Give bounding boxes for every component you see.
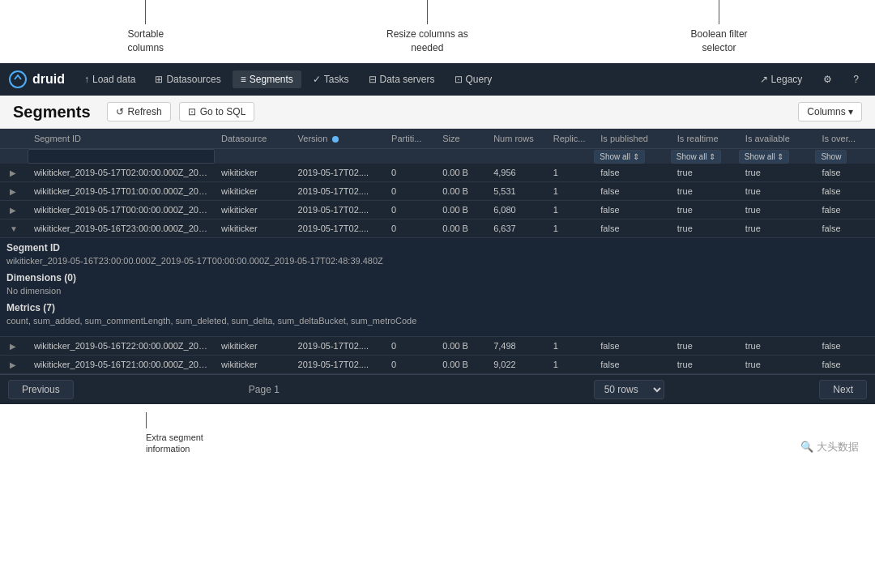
filter-is-published[interactable]: Show all ⇕ <box>594 149 671 164</box>
callout-line <box>145 0 146 24</box>
nav-segments[interactable]: ≡ Segments <box>233 70 301 88</box>
row-partition: 0 <box>385 201 436 219</box>
filter-is-overshadowed[interactable]: Show <box>815 149 875 164</box>
row-num-rows: 9,022 <box>487 356 547 374</box>
nav-settings[interactable]: ⚙ <box>815 70 840 88</box>
boolean-filter-callout: Boolean filter selector <box>691 8 748 55</box>
is-published-filter-btn[interactable]: Show all ⇕ <box>594 150 645 164</box>
row-is-overshadowed: false <box>815 337 875 356</box>
th-version[interactable]: Version <box>292 129 386 149</box>
nav-load-data[interactable]: ↑ Load data <box>76 70 143 88</box>
row-datasource[interactable]: wikiticker <box>215 201 292 219</box>
row-expand-btn[interactable]: ▶ <box>0 164 28 182</box>
filter-replicas <box>547 149 595 164</box>
row-is-realtime: true <box>671 337 739 356</box>
is-overshadowed-filter-btn[interactable]: Show <box>815 150 847 164</box>
table-body: ▶ wikiticker_2019-05-17T02:00:00.000Z_20… <box>0 164 875 374</box>
row-expand-btn[interactable]: ▶ <box>0 201 28 219</box>
previous-page-button[interactable]: Previous <box>8 380 74 399</box>
segments-table: Segment ID Datasource Version Partiti...… <box>0 129 875 374</box>
segment-id-filter[interactable] <box>28 149 215 164</box>
next-page-button[interactable]: Next <box>819 380 867 399</box>
callout-line2 <box>427 0 428 24</box>
go-to-sql-button[interactable]: ⊡ Go to SQL <box>179 102 255 121</box>
row-segment-id: wikiticker_2019-05-17T02:00:00.000Z_2019… <box>28 164 215 182</box>
row-is-overshadowed: false <box>815 356 875 374</box>
metrics-value: count, sum_added, sum_commentLength, sum… <box>6 316 869 326</box>
row-is-available: true <box>739 337 816 356</box>
row-replicas: 1 <box>547 182 595 201</box>
th-datasource[interactable]: Datasource <box>215 129 292 149</box>
is-available-filter-btn[interactable]: Show all ⇕ <box>739 150 790 164</box>
th-is-realtime[interactable]: Is realtime <box>671 129 739 149</box>
data-servers-icon: ⊟ <box>369 74 377 85</box>
row-replicas: 1 <box>547 164 595 182</box>
filter-segment-id[interactable] <box>28 149 215 164</box>
th-is-published[interactable]: Is published <box>594 129 671 149</box>
row-expand-btn[interactable]: ▼ <box>0 219 28 238</box>
row-datasource[interactable]: wikiticker <box>215 337 292 356</box>
th-is-overshadowed[interactable]: Is over... <box>815 129 875 149</box>
sort-indicator <box>332 136 339 143</box>
nav-datasources[interactable]: ⊞ Datasources <box>147 70 228 88</box>
refresh-button[interactable]: ↺ Refresh <box>107 102 171 121</box>
rows-per-page-select[interactable]: 50 rows 25 rows 100 rows <box>594 380 664 399</box>
filter-partition <box>385 149 436 164</box>
nav-help[interactable]: ? <box>845 70 867 88</box>
nav-data-servers[interactable]: ⊟ Data servers <box>361 70 443 88</box>
row-size: 0.00 B <box>436 356 487 374</box>
th-size[interactable]: Size <box>436 129 487 149</box>
row-datasource[interactable]: wikiticker <box>215 182 292 201</box>
row-expand-btn[interactable]: ▶ <box>0 337 28 356</box>
row-is-available: true <box>739 219 816 238</box>
th-is-available[interactable]: Is available <box>739 129 816 149</box>
query-icon: ⊡ <box>455 74 463 85</box>
row-is-available: true <box>739 356 816 374</box>
th-num-rows[interactable]: Num rows <box>487 129 547 149</box>
row-datasource[interactable]: wikiticker <box>215 356 292 374</box>
expanded-content: Segment ID wikiticker_2019-05-16T23:00:0… <box>6 242 869 326</box>
dimensions-label: Dimensions (0) <box>6 272 869 283</box>
row-replicas: 1 <box>547 356 595 374</box>
nav-tasks[interactable]: ✓ Tasks <box>305 70 357 88</box>
expanded-detail-cell: Segment ID wikiticker_2019-05-16T23:00:0… <box>0 238 875 337</box>
row-is-published: false <box>594 182 671 201</box>
row-version: 2019-05-17T02.... <box>292 219 386 238</box>
row-is-realtime: true <box>671 201 739 219</box>
segment-id-label: Segment ID <box>6 242 869 254</box>
row-num-rows: 6,637 <box>487 219 547 238</box>
row-datasource[interactable]: wikiticker <box>215 219 292 238</box>
th-replicas[interactable]: Replic... <box>547 129 595 149</box>
row-is-realtime: true <box>671 164 739 182</box>
row-segment-id: wikiticker_2019-05-17T00:00:00.000Z_2019… <box>28 201 215 219</box>
row-datasource[interactable]: wikiticker <box>215 164 292 182</box>
annotations-bottom: Extra segment information 🔍 大头数据 <box>0 404 875 462</box>
refresh-icon: ↺ <box>116 106 124 117</box>
is-realtime-filter-btn[interactable]: Show all ⇕ <box>671 150 722 164</box>
tasks-icon: ✓ <box>313 74 321 85</box>
table-container: Segment ID Datasource Version Partiti...… <box>0 129 875 404</box>
row-is-overshadowed: false <box>815 219 875 238</box>
nav-query[interactable]: ⊡ Query <box>446 70 501 88</box>
columns-button[interactable]: Columns ▾ <box>798 102 862 121</box>
table-header-row: Segment ID Datasource Version Partiti...… <box>0 129 875 149</box>
row-size: 0.00 B <box>436 219 487 238</box>
row-partition: 0 <box>385 182 436 201</box>
filter-expand <box>0 149 28 164</box>
table-row: ▼ wikiticker_2019-05-16T23:00:00.000Z_20… <box>0 219 875 238</box>
th-partition[interactable]: Partiti... <box>385 129 436 149</box>
row-is-published: false <box>594 356 671 374</box>
row-is-available: true <box>739 201 816 219</box>
filter-is-available[interactable]: Show all ⇕ <box>739 149 816 164</box>
th-segment-id[interactable]: Segment ID <box>28 129 215 149</box>
row-version: 2019-05-17T02.... <box>292 182 386 201</box>
nav-legacy[interactable]: ↗ Legacy <box>752 70 811 88</box>
row-is-available: true <box>739 182 816 201</box>
row-expand-btn[interactable]: ▶ <box>0 356 28 374</box>
table-row: ▶ wikiticker_2019-05-17T02:00:00.000Z_20… <box>0 164 875 182</box>
row-partition: 0 <box>385 219 436 238</box>
row-expand-btn[interactable]: ▶ <box>0 182 28 201</box>
filter-is-realtime[interactable]: Show all ⇕ <box>671 149 739 164</box>
filter-num-rows <box>487 149 547 164</box>
row-segment-id: wikiticker_2019-05-16T23:00:00.000Z_2019… <box>28 219 215 238</box>
